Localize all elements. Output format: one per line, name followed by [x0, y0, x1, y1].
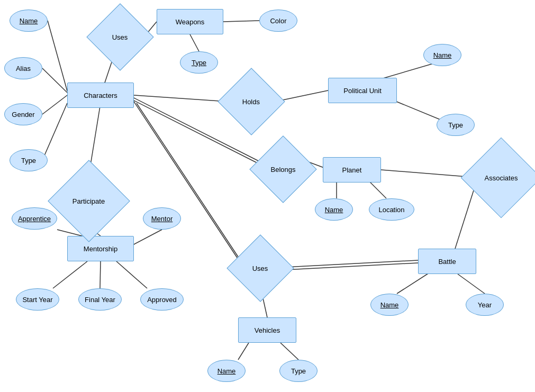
approved-label: Approved [147, 296, 177, 304]
holds-rel-label: Holds [242, 98, 260, 106]
apprentice-attr: Apprentice [12, 207, 57, 230]
mentorship-label: Mentorship [84, 245, 117, 253]
participate-rel-label: Participate [72, 197, 105, 205]
svg-line-31 [458, 274, 485, 294]
start-year-label: Start Year [22, 296, 52, 304]
belongs-rel-label: Belongs [271, 165, 296, 173]
svg-line-21 [53, 261, 87, 288]
name-battle-attr: Name [370, 294, 409, 316]
type-vehicles-label: Type [291, 367, 306, 375]
type-char-label: Type [21, 157, 36, 165]
svg-line-33 [286, 260, 418, 267]
svg-line-5 [42, 68, 67, 93]
uses-rel-label: Uses [112, 33, 128, 41]
svg-line-29 [455, 190, 474, 249]
belongs-relationship: Belongs [249, 135, 316, 203]
svg-line-16 [368, 180, 386, 198]
associates-relationship: Associates [461, 138, 535, 218]
year-battle-attr: Year [466, 294, 504, 316]
svg-line-32 [381, 170, 474, 177]
planet-entity: Planet [323, 157, 381, 183]
svg-line-22 [100, 261, 101, 288]
holds-relationship: Holds [217, 68, 285, 135]
final-year-attr: Final Year [78, 288, 122, 311]
gender-attr: Gender [4, 103, 42, 125]
color-label: Color [270, 17, 286, 25]
gender-label: Gender [12, 111, 34, 118]
alias-label: Alias [16, 65, 31, 72]
name-vehicles-attr: Name [207, 360, 246, 382]
type-pu-attr: Type [437, 114, 475, 136]
type-weapons-label: Type [192, 59, 206, 67]
name-char-label: Name [20, 17, 38, 25]
associates-rel-label: Associates [485, 174, 518, 182]
mentor-attr: Mentor [143, 207, 181, 230]
weapons-label: Weapons [176, 18, 205, 26]
vehicles-label: Vehicles [255, 326, 280, 334]
name-pu-label: Name [433, 51, 452, 59]
political-unit-label: Political Unit [343, 87, 382, 95]
characters-label: Characters [84, 92, 117, 99]
participate-relationship: Participate [48, 160, 130, 242]
er-diagram: Characters Weapons Political Unit Planet… [0, 0, 535, 392]
location-planet-attr: Location [369, 198, 414, 221]
political-unit-entity: Political Unit [328, 78, 397, 103]
battle-entity: Battle [418, 249, 476, 274]
characters-entity: Characters [67, 83, 134, 108]
final-year-label: Final Year [85, 296, 115, 304]
vehicles-entity: Vehicles [238, 317, 296, 343]
uses2-rel-label: Uses [252, 265, 268, 272]
svg-line-27 [238, 343, 249, 360]
svg-line-24 [134, 102, 238, 259]
name-battle-label: Name [380, 301, 399, 309]
planet-label: Planet [342, 166, 362, 174]
start-year-attr: Start Year [16, 288, 59, 311]
name-char-attr: Name [10, 10, 48, 32]
svg-line-28 [280, 343, 298, 360]
name-planet-label: Name [325, 206, 343, 214]
mentor-label: Mentor [151, 215, 173, 223]
color-weapons-attr: Color [259, 10, 297, 32]
name-pu-attr: Name [423, 44, 461, 66]
svg-line-7 [42, 103, 67, 160]
name-vehicles-label: Name [217, 367, 236, 375]
svg-line-3 [190, 34, 199, 51]
svg-line-25 [137, 103, 241, 261]
alias-attr: Alias [4, 57, 42, 79]
type-pu-label: Type [448, 121, 463, 129]
svg-line-2 [223, 21, 259, 22]
uses-relationship: Uses [86, 3, 153, 70]
type-weapons-attr: Type [180, 51, 218, 74]
approved-attr: Approved [140, 288, 184, 311]
battle-label: Battle [438, 258, 456, 266]
year-battle-label: Year [478, 301, 492, 309]
type-char-attr: Type [10, 149, 48, 171]
location-label: Location [378, 206, 404, 214]
uses2-relationship: Uses [226, 234, 294, 302]
weapons-entity: Weapons [157, 9, 223, 34]
type-vehicles-attr: Type [279, 360, 318, 382]
svg-line-23 [116, 261, 147, 288]
svg-line-8 [134, 95, 228, 102]
svg-line-20 [134, 230, 162, 244]
svg-line-34 [286, 263, 418, 270]
svg-line-6 [42, 95, 67, 114]
apprentice-label: Apprentice [18, 215, 51, 223]
svg-line-4 [48, 21, 67, 91]
mentorship-entity: Mentorship [67, 236, 134, 261]
name-planet-attr: Name [315, 198, 353, 221]
